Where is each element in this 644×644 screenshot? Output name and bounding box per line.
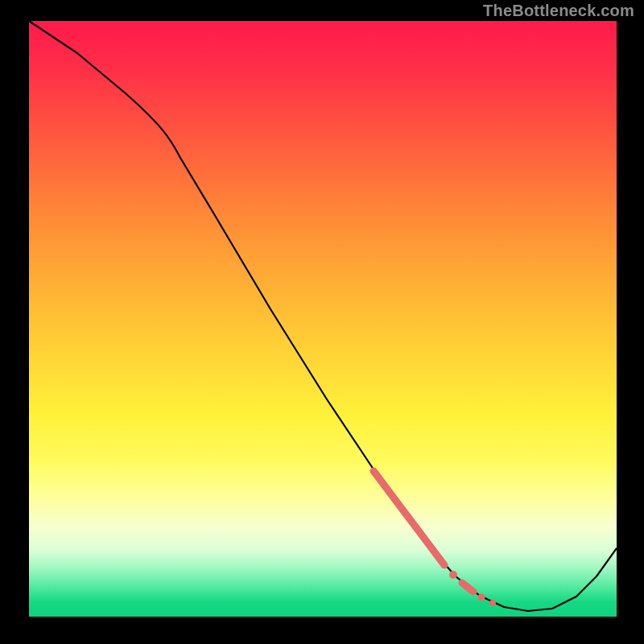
highlight-segment-1 (374, 471, 444, 565)
highlight-dot-1 (449, 571, 457, 579)
plot-area (29, 21, 617, 617)
bottleneck-curve-line (29, 21, 617, 611)
highlight-segment-2 (462, 583, 473, 592)
highlight-dot-3 (489, 600, 496, 606)
attribution-text: TheBottleneck.com (483, 2, 634, 20)
curve-layer (29, 21, 617, 617)
highlight-dot-2 (478, 594, 485, 601)
chart-stage: TheBottleneck.com (0, 0, 644, 644)
